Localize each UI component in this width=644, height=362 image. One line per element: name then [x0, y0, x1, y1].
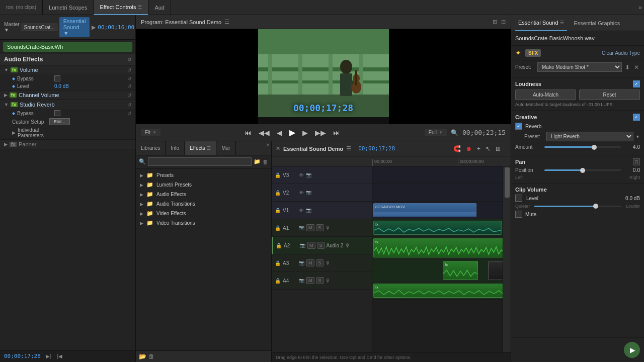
studio-reverb-reset[interactable]: ↺	[127, 102, 131, 108]
track-lock-a2[interactable]: 🔒	[276, 243, 282, 248]
presets-item[interactable]: ▶ 📁 Presets	[136, 170, 271, 180]
expand-btn[interactable]: »	[636, 4, 644, 11]
delete-btn[interactable]: 🗑	[148, 353, 154, 360]
effects-tab-menu[interactable]: ☰	[207, 146, 211, 151]
tab-effects[interactable]: Effects ☰	[185, 141, 216, 155]
track-vis-a2[interactable]: 📷	[300, 243, 305, 248]
track-m-a4[interactable]: M	[306, 277, 314, 284]
video-transitions-item[interactable]: ▶ 📁 Video Transitions	[136, 218, 271, 228]
audio-transitions-item[interactable]: ▶ 📁 Audio Transitions	[136, 199, 271, 209]
track-s-a4[interactable]: S	[316, 277, 324, 284]
bypass-checkbox[interactable]	[54, 75, 60, 81]
reset-btn[interactable]: Reset	[579, 89, 640, 100]
tab-essential-graphics[interactable]: Essential Graphics	[571, 15, 623, 31]
track-vis-v1[interactable]: 👁	[299, 208, 304, 213]
clip-audio-a2[interactable]: fx	[373, 238, 511, 257]
position-slider-thumb[interactable]	[580, 168, 585, 173]
ripple-tool[interactable]: ⊞	[494, 144, 503, 153]
track-cam-v2[interactable]: 📷	[306, 190, 311, 195]
track-s-a1[interactable]: S	[316, 224, 324, 231]
add-track-btn[interactable]: +	[475, 144, 482, 153]
track-mic-a4[interactable]: 🎙	[326, 278, 331, 284]
mute-checkbox[interactable]	[515, 211, 522, 218]
search-input[interactable]	[148, 157, 252, 166]
track-m-a1[interactable]: M	[306, 224, 314, 231]
sound-dropdown[interactable]: SoundsCrat...	[22, 24, 57, 31]
essential-sound-badge[interactable]: Essential Sound ▼	[59, 17, 90, 37]
ctrl-prev[interactable]: ◀	[275, 128, 284, 138]
track-lock-a4[interactable]: 🔒	[275, 278, 281, 284]
clip-audio-a1[interactable]: fx	[373, 221, 502, 235]
tab-essential-sound[interactable]: Essential Sound ☰	[515, 15, 567, 31]
track-vis-v3[interactable]: 👁	[299, 172, 304, 178]
essential-sound-menu[interactable]: ☰	[560, 20, 564, 25]
clear-audio-type-btn[interactable]: Clear Audio Type	[602, 50, 640, 56]
ctrl-prev-frame[interactable]: ◀◀	[257, 128, 272, 138]
track-cam-v1[interactable]: 📷	[306, 208, 311, 213]
reverb-reset[interactable]: ↺	[127, 111, 131, 116]
timeline-menu-icon[interactable]: ☰	[346, 145, 351, 152]
edit-button[interactable]: Edit...	[49, 118, 70, 125]
program-menu-icon[interactable]: ☰	[224, 19, 229, 25]
audio-effects-item[interactable]: ▶ 📁 Audio Effects	[136, 190, 271, 199]
new-bin-icon[interactable]: 📁	[254, 158, 261, 165]
track-s-a2[interactable]: S	[317, 242, 325, 249]
track-vis-a4[interactable]: 📷	[299, 278, 304, 283]
track-lock-v2[interactable]: 🔒	[275, 190, 281, 196]
tab-effect-controls[interactable]: Effect Controls ☰	[94, 0, 148, 15]
reverb-checkbox[interactable]	[515, 123, 522, 130]
track-cam-v3[interactable]: 📷	[306, 172, 311, 177]
pan-expand-btn[interactable]: □	[633, 158, 640, 165]
track-vis-a3[interactable]: 📷	[299, 260, 304, 265]
tab-libraries[interactable]: Libraries	[136, 141, 166, 155]
track-lock-a1[interactable]: 🔒	[275, 225, 281, 231]
video-effects-item[interactable]: ▶ 📁 Video Effects	[136, 209, 271, 218]
track-lock-v1[interactable]: 🔒	[275, 208, 281, 213]
level-value[interactable]: 0.0 dB	[54, 83, 69, 89]
transport-in[interactable]: ▶|	[45, 352, 52, 360]
track-mic-a2[interactable]: 🎙	[345, 243, 350, 248]
record-btn[interactable]: ⏺	[464, 144, 474, 153]
track-mic-a1[interactable]: 🎙	[326, 225, 331, 231]
track-vis-v2[interactable]: 👁	[299, 190, 304, 196]
studio-reverb-header[interactable]: ▼ fx Studio Reverb ↺	[0, 100, 135, 109]
amount-slider-track[interactable]	[544, 146, 621, 148]
tab-source[interactable]: rce: (no clips)	[0, 0, 43, 15]
panner-header[interactable]: ▶ fx Panner	[0, 140, 135, 149]
channel-volume-header[interactable]: ▶ fx Channel Volume ↺	[0, 90, 135, 100]
quality-selector[interactable]: Full ▼	[425, 129, 447, 136]
close-timeline-btn[interactable]: ✕	[276, 145, 280, 152]
amount-slider-thumb[interactable]	[592, 145, 597, 150]
ctrl-next[interactable]: ▶	[300, 128, 310, 138]
clip-audio-a4[interactable]: fx	[373, 284, 511, 298]
level-reset[interactable]: ↺	[127, 83, 131, 89]
new-folder-btn[interactable]: 📂	[139, 353, 146, 360]
preset-dropdown[interactable]: Make Medium Shot *	[537, 62, 622, 72]
delete-icon[interactable]: 🗑	[263, 159, 268, 165]
track-m-a2[interactable]: M	[307, 242, 315, 249]
track-s-a3[interactable]: S	[316, 259, 324, 266]
fit-selector[interactable]: Fit ▼	[141, 129, 160, 136]
expand-libs[interactable]: »	[264, 141, 271, 155]
scroll-thumb[interactable]	[505, 167, 510, 198]
reverb-bypass-checkbox[interactable]	[54, 110, 60, 116]
volume-header[interactable]: ▼ fx Volume ↺	[0, 65, 135, 74]
volume-reset[interactable]: ↺	[127, 67, 131, 73]
play-solo-btn[interactable]: ▶	[624, 342, 640, 358]
level-slider-track[interactable]	[534, 206, 622, 207]
delete-preset-icon[interactable]: ✕	[633, 63, 640, 72]
track-lock-a3[interactable]: 🔒	[275, 260, 281, 266]
track-mic-a3[interactable]: 🎙	[326, 260, 331, 266]
reset-all-icon[interactable]: ↺	[127, 57, 131, 62]
channel-volume-reset[interactable]: ↺	[127, 93, 131, 98]
tab-lumetri[interactable]: Lumetri Scopes	[43, 0, 94, 15]
pointer-tool[interactable]: ↖	[484, 144, 493, 153]
clip-8csa0189[interactable]: 8CSA0189.MOV	[373, 203, 476, 217]
creative-checkbox[interactable]	[633, 114, 640, 121]
clip-audio-a3-1[interactable]: fx	[443, 261, 478, 280]
position-slider-track[interactable]	[544, 169, 621, 171]
monitor-btn-1[interactable]: ⊞	[493, 19, 497, 25]
track-m-a3[interactable]: M	[306, 259, 314, 266]
ctrl-play[interactable]: ▶	[287, 127, 297, 138]
track-vis-a1[interactable]: 📷	[299, 225, 304, 230]
